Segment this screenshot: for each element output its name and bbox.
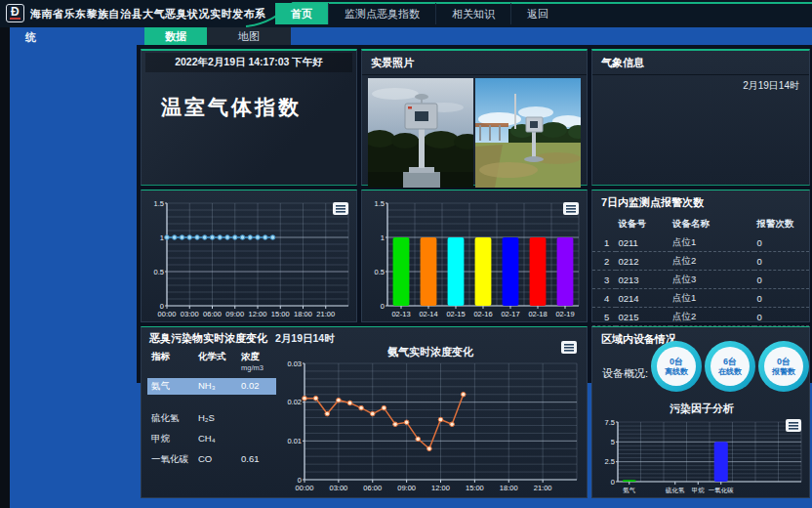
svg-text:18:00: 18:00 [294, 310, 312, 318]
svg-text:0.03: 0.03 [287, 360, 302, 368]
svg-text:02-16: 02-16 [473, 310, 492, 318]
chart-toolbox-icon[interactable] [563, 202, 579, 215]
svg-text:1.5: 1.5 [375, 199, 385, 208]
odor-table: 指标 化学式 浓度mg/m3 氨气 NH₃ 0.02 硫化氢 H₂S 甲烷 CH… [147, 349, 276, 468]
table-row: 50215点位20 [592, 308, 809, 326]
svg-text:00:00: 00:00 [158, 310, 177, 318]
svg-text:06:00: 06:00 [363, 484, 382, 492]
table-row: 10211点位10 [592, 233, 809, 252]
svg-text:02-15: 02-15 [446, 310, 465, 318]
weather-time: 2月19日14时 [592, 75, 809, 93]
odor-row-co[interactable]: 一氧化碳 CO 0.61 [147, 451, 276, 468]
svg-text:02-14: 02-14 [419, 310, 437, 318]
nav-home[interactable]: 首页 [275, 3, 328, 24]
online-count-badge: 6台在线数 [705, 341, 755, 392]
odor-row-ammonia[interactable]: 氨气 NH₃ 0.02 [147, 378, 276, 395]
pollution-factor-title: 污染因子分析 [592, 402, 811, 416]
top-bar: Ɖ 海南省乐东黎族自治县大气恶臭状况实时发布系 首页 监测点恶臭指数 相关知识 … [0, 0, 812, 27]
chart-toolbox-icon[interactable] [561, 341, 577, 354]
ammonia-chart-title: 氨气实时浓度变化 [278, 345, 583, 360]
odor-row-h2s[interactable]: 硫化氢 H₂S [147, 410, 276, 427]
chart-toolbox-icon[interactable] [786, 419, 801, 432]
nav-odor-index[interactable]: 监测点恶臭指数 [328, 3, 435, 24]
datetime-text: 2022年2月19日 14:17:03 下午好 [145, 53, 352, 72]
device-overview-label: 设备概况: [602, 366, 648, 381]
app-title: 海南省乐东黎族自治县大气恶臭状况实时发布系 [30, 7, 266, 21]
weather-panel: 气象信息 2月19日14时 [591, 49, 810, 186]
svg-text:7.5: 7.5 [605, 418, 615, 427]
svg-text:06:00: 06:00 [203, 310, 222, 318]
odor-realtime-panel: 恶臭污染物实时浓度变化 2月19日14时 指标 化学式 浓度mg/m3 氨气 N… [141, 326, 588, 498]
alarm-count-panel: 7日内监测点报警次数 设备号 设备名称 报警次数 10211点位10 20212… [591, 190, 810, 322]
svg-text:18:00: 18:00 [500, 484, 518, 492]
greenhouse-hourly-chart: 00.511.500:0003:0006:0009:0012:0015:0018… [143, 198, 354, 319]
svg-text:0: 0 [381, 302, 385, 311]
photos-panel: 实景照片 [361, 49, 588, 186]
devices-panel: 区域内设备情况 设备概况: 0台离线数 6台在线数 0台报警数 污染因子分析 0… [591, 326, 810, 498]
nav-back[interactable]: 返回 [510, 3, 564, 24]
svg-text:21:00: 21:00 [316, 310, 335, 318]
weather-panel-title: 气象信息 [592, 51, 809, 75]
left-edge-strip [0, 27, 10, 508]
svg-text:氨气: 氨气 [623, 487, 636, 493]
svg-text:02-19: 02-19 [555, 310, 574, 318]
alarm-count-badge: 0台报警数 [758, 341, 809, 392]
daily-index-chart-panel: 00.511.502-1302-1402-1502-1602-1702-1802… [361, 190, 588, 322]
svg-text:0: 0 [611, 478, 615, 487]
svg-text:09:00: 09:00 [225, 310, 244, 318]
svg-text:09:00: 09:00 [397, 484, 416, 492]
alarm-panel-title: 7日内监测点报警次数 [592, 190, 809, 214]
dashboard-page: Ɖ 海南省乐东黎族自治县大气恶臭状况实时发布系 首页 监测点恶臭指数 相关知识 … [0, 0, 812, 508]
svg-text:03:00: 03:00 [329, 484, 347, 492]
svg-text:00:00: 00:00 [296, 484, 314, 492]
odor-panel-time: 2月19日14时 [275, 332, 335, 346]
svg-text:0.5: 0.5 [154, 268, 164, 276]
svg-text:1: 1 [160, 233, 164, 242]
title-wrapped-char: 统 [25, 30, 36, 45]
svg-text:12:00: 12:00 [431, 484, 450, 492]
table-row: 20212点位20 [592, 252, 809, 271]
svg-text:12:00: 12:00 [249, 310, 267, 318]
table-row: 30213点位30 [592, 271, 809, 289]
app-logo-icon: Ɖ [6, 4, 24, 22]
svg-text:15:00: 15:00 [466, 484, 484, 492]
odor-table-header: 指标 化学式 浓度mg/m3 [147, 349, 276, 374]
svg-text:2.5: 2.5 [605, 457, 615, 466]
greenhouse-index-title: 温室气体指数 [161, 94, 356, 121]
svg-text:21:00: 21:00 [534, 484, 552, 492]
svg-text:硫化氢: 硫化氢 [665, 487, 685, 494]
svg-text:1.5: 1.5 [154, 199, 164, 208]
svg-text:03:00: 03:00 [181, 310, 199, 318]
odor-panel-title: 恶臭污染物实时浓度变化 [149, 331, 267, 346]
table-row: 40214点位10 [592, 289, 809, 308]
alarm-table-header: 设备号 设备名称 报警次数 [592, 214, 809, 233]
svg-text:一氧化碳: 一氧化碳 [709, 487, 735, 494]
svg-text:15:00: 15:00 [271, 310, 290, 318]
tab-data[interactable]: 数据 [144, 27, 207, 45]
greeting-panel: 2022年2月19日 14:17:03 下午好 温室气体指数 [141, 49, 357, 186]
svg-text:02-13: 02-13 [391, 310, 410, 318]
station-photo-1 [368, 78, 473, 188]
svg-text:0.5: 0.5 [375, 268, 385, 276]
svg-text:02-18: 02-18 [528, 310, 547, 318]
offline-count-badge: 0台离线数 [651, 341, 702, 392]
daily-index-bar-chart: 00.511.502-1302-1402-1502-1602-1702-1802… [364, 198, 585, 319]
pollution-factor-bar-chart: 02.557.5氨气硫化氢甲烷一氧化碳 [596, 417, 807, 495]
greenhouse-hourly-chart-panel: 00.511.500:0003:0006:0009:0012:0015:0018… [141, 190, 357, 322]
svg-text:02-17: 02-17 [501, 310, 519, 318]
main-nav: 首页 监测点恶臭指数 相关知识 返回 [275, 3, 564, 24]
ammonia-line-chart: 00.010.020.0300:0003:0006:0009:0012:0015… [278, 359, 583, 493]
svg-text:甲烷: 甲烷 [692, 487, 706, 493]
tab-map[interactable]: 地图 [207, 27, 291, 45]
station-photo-2 [475, 78, 581, 188]
svg-text:1: 1 [381, 233, 385, 242]
svg-text:5: 5 [611, 438, 615, 446]
odor-row-ch4[interactable]: 甲烷 CH₄ [147, 431, 276, 447]
photos-panel-title: 实景照片 [362, 51, 587, 75]
svg-text:0.01: 0.01 [287, 437, 302, 445]
svg-text:0.02: 0.02 [287, 398, 302, 406]
alarm-table: 设备号 设备名称 报警次数 10211点位10 20212点位20 30213点… [592, 214, 809, 345]
chart-toolbox-icon[interactable] [333, 202, 348, 215]
nav-knowledge[interactable]: 相关知识 [435, 3, 510, 24]
